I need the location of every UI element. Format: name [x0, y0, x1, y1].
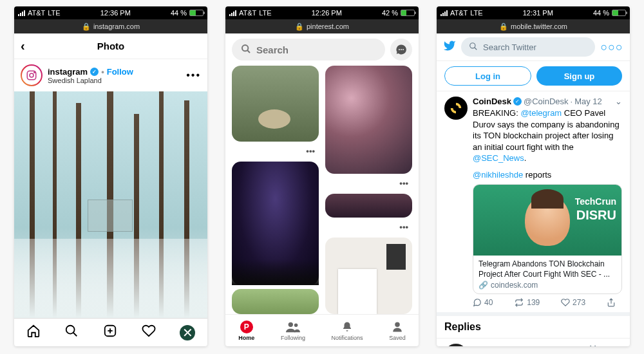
nav-following[interactable]: Following — [281, 321, 305, 341]
tweet[interactable]: change NOW ChangeNOW @ChangeNO... · May … — [437, 339, 630, 346]
post-image[interactable] — [14, 91, 207, 318]
pin-more-button[interactable]: ••• — [232, 145, 319, 158]
carrier-label: AT&T — [239, 9, 256, 17]
browser-url-bar[interactable]: 🔒 pinterest.com — [225, 19, 419, 33]
mention-link[interactable]: @nikhileshde — [473, 170, 523, 180]
time-label: 12:36 PM — [100, 9, 131, 17]
author-handle[interactable]: @CoinDesk — [524, 97, 569, 106]
location-label[interactable]: Swedish Lapland — [48, 77, 133, 84]
svg-line-9 — [247, 50, 250, 53]
follow-button[interactable]: Follow — [107, 67, 133, 77]
url-label: pinterest.com — [307, 23, 349, 30]
back-button[interactable]: ‹ — [21, 39, 25, 53]
battery-icon — [401, 10, 415, 16]
replies-header: Replies — [437, 312, 630, 339]
pin-image[interactable] — [232, 66, 319, 142]
nav-notifications[interactable]: Notifications — [332, 321, 363, 341]
pin-more-button[interactable]: ••• — [325, 221, 412, 234]
avatar[interactable]: change NOW — [444, 344, 468, 346]
tweet[interactable]: CoinDesk ✓ @CoinDesk · May 12 ⌄ BREAKING… — [437, 91, 630, 312]
timeline[interactable]: CoinDesk ✓ @CoinDesk · May 12 ⌄ BREAKING… — [437, 91, 630, 346]
signal-icon — [18, 10, 25, 16]
profile-icon[interactable]: ✕ — [180, 325, 195, 340]
search-icon[interactable] — [64, 324, 79, 341]
svg-point-3 — [66, 326, 75, 334]
more-options-button[interactable]: ••• — [186, 70, 201, 81]
pin-image[interactable] — [232, 162, 319, 285]
nav-home[interactable]: PHome — [238, 321, 254, 341]
browser-url-bar[interactable]: 🔒 mobile.twitter.com — [437, 19, 630, 33]
bottom-nav: PHome Following Notifications Saved — [225, 314, 419, 346]
search-input[interactable]: Search Twitter — [461, 37, 595, 57]
card-title: Telegram Abandons TON Blockchain Project… — [478, 259, 616, 279]
status-bar: AT&T LTE 12:31 PM 44 % — [437, 6, 630, 19]
verified-badge-icon: ✓ — [513, 97, 522, 106]
pin-image[interactable] — [325, 238, 412, 314]
mention-link[interactable]: @telegram — [520, 108, 562, 118]
pin-image[interactable] — [325, 194, 412, 218]
link-icon: 🔗 — [478, 281, 488, 290]
pinterest-logo-icon: P — [240, 321, 253, 333]
avatar[interactable] — [21, 64, 43, 86]
retweet-button[interactable]: 139 — [514, 298, 540, 307]
following-icon — [286, 321, 300, 333]
author-name[interactable]: CoinDesk — [473, 97, 511, 106]
svg-point-14 — [294, 323, 298, 327]
pin-grid[interactable]: ••• ••• ••• — [225, 66, 419, 314]
carrier-label: AT&T — [28, 9, 45, 17]
lock-icon: 🔒 — [295, 23, 304, 31]
tweet-date: May 12 — [589, 344, 613, 346]
tweet-text: BREAKING: @telegram CEO Pavel Durov says… — [473, 107, 622, 164]
link-card[interactable]: TechCrun DISRU Telegram Abandons TON Blo… — [473, 184, 622, 294]
svg-point-13 — [289, 322, 293, 326]
bell-icon — [341, 321, 353, 333]
pinterest-screen: AT&T LTE 12:26 PM 42 % 🔒 pinterest.com S… — [225, 6, 419, 346]
mention-link[interactable]: @SEC_News — [473, 153, 524, 163]
person-icon — [392, 321, 403, 333]
messages-button[interactable] — [390, 39, 412, 61]
username[interactable]: instagram — [48, 67, 88, 77]
like-button[interactable]: 273 — [561, 298, 585, 307]
login-button[interactable]: Log in — [444, 66, 531, 86]
tweet-menu-button[interactable]: ⌄ — [615, 97, 622, 106]
search-icon — [241, 44, 251, 56]
status-bar: AT&T LTE 12:26 PM 42 % — [225, 6, 419, 19]
url-label: instagram.com — [93, 23, 140, 30]
svg-point-2 — [34, 72, 35, 73]
status-bar: AT&T LTE 12:36 PM 44 % — [14, 6, 207, 19]
time-label: 12:26 PM — [312, 9, 342, 17]
signup-button[interactable]: Sign up — [536, 66, 622, 86]
browser-url-bar[interactable]: 🔒 instagram.com — [14, 19, 207, 33]
battery-pct-label: 42 % — [382, 9, 398, 17]
pin-image[interactable] — [325, 66, 412, 174]
svg-line-17 — [475, 47, 477, 50]
lock-icon: 🔒 — [82, 23, 91, 31]
svg-point-15 — [395, 322, 400, 327]
twitter-logo-icon[interactable] — [443, 39, 456, 55]
svg-point-11 — [401, 49, 402, 50]
battery-icon — [189, 10, 204, 16]
search-input[interactable]: Search — [232, 39, 385, 61]
page-header: ‹ Photo — [14, 33, 207, 59]
time-label: 12:31 PM — [523, 9, 553, 17]
network-label: LTE — [48, 9, 60, 17]
search-placeholder: Search — [256, 44, 289, 55]
svg-point-16 — [470, 42, 475, 48]
home-icon[interactable] — [26, 324, 41, 341]
avatar[interactable] — [444, 97, 468, 120]
create-post-icon[interactable] — [103, 324, 117, 341]
reply-button[interactable]: 40 — [473, 298, 493, 307]
pin-more-button[interactable]: ••• — [325, 178, 412, 190]
share-button[interactable] — [607, 298, 616, 307]
svg-point-12 — [402, 49, 404, 50]
card-image: TechCrun DISRU — [473, 185, 621, 256]
tweet-text-line2: @nikhileshde reports — [473, 169, 622, 181]
nav-saved[interactable]: Saved — [389, 321, 406, 341]
pin-image[interactable] — [232, 289, 319, 314]
svg-point-8 — [242, 45, 248, 51]
activity-icon[interactable] — [142, 324, 156, 341]
network-label: LTE — [259, 9, 271, 17]
tweet-date: May 12 — [574, 97, 602, 106]
overflow-menu-button[interactable]: ○○○ — [600, 41, 623, 54]
twitter-screen: AT&T LTE 12:31 PM 44 % 🔒 mobile.twitter.… — [437, 6, 630, 346]
